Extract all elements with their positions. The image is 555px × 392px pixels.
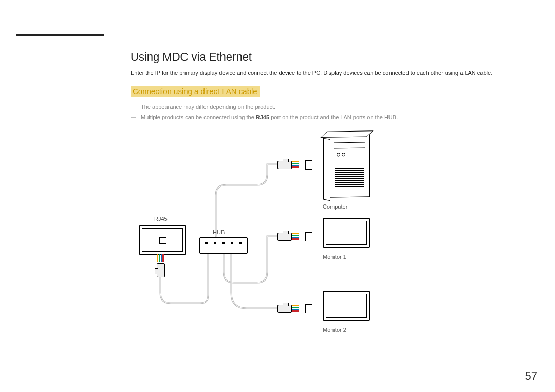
lan-port-icon [305, 232, 312, 241]
monitor1-icon [323, 218, 370, 248]
label-monitor1: Monitor 1 [323, 254, 346, 260]
rj45-plug-icon [278, 303, 300, 314]
lan-port-icon [305, 160, 312, 170]
computer-tower-icon [329, 134, 370, 197]
lan-topology-diagram: RJ45 HUB Computer Monitor 1 Monitor 2 [139, 139, 396, 365]
page-content: Using MDC via Ethernet Enter the IP for … [131, 50, 538, 124]
label-hub: HUB [213, 229, 225, 235]
lan-port-icon [305, 304, 312, 313]
section-subhead: Connection using a direct LAN cable [131, 86, 260, 97]
label-rj45: RJ45 [154, 216, 168, 222]
label-monitor2: Monitor 2 [323, 327, 346, 333]
intro-paragraph: Enter the IP for the primary display dev… [131, 69, 538, 78]
rj45-port-icon [159, 237, 166, 244]
display-main [139, 225, 186, 255]
page-number: 57 [525, 369, 538, 383]
note2-post: port on the product and the LAN ports on… [269, 114, 398, 120]
note2-bold: RJ45 [256, 114, 269, 120]
page-title: Using MDC via Ethernet [131, 50, 538, 64]
ethernet-hub [199, 237, 248, 254]
note-multiple-products: Multiple products can be connected using… [131, 113, 538, 122]
rj45-plug-icon [155, 254, 166, 276]
note2-pre: Multiple products can be connected using… [141, 114, 256, 120]
rj45-plug-icon [278, 231, 300, 242]
note-appearance: The appearance may differ depending on t… [131, 103, 538, 111]
label-computer: Computer [323, 203, 347, 210]
header-rule [116, 35, 538, 35]
rj45-plug-icon [278, 159, 300, 170]
monitor2-icon [323, 291, 370, 321]
side-tab-mark [16, 34, 104, 36]
